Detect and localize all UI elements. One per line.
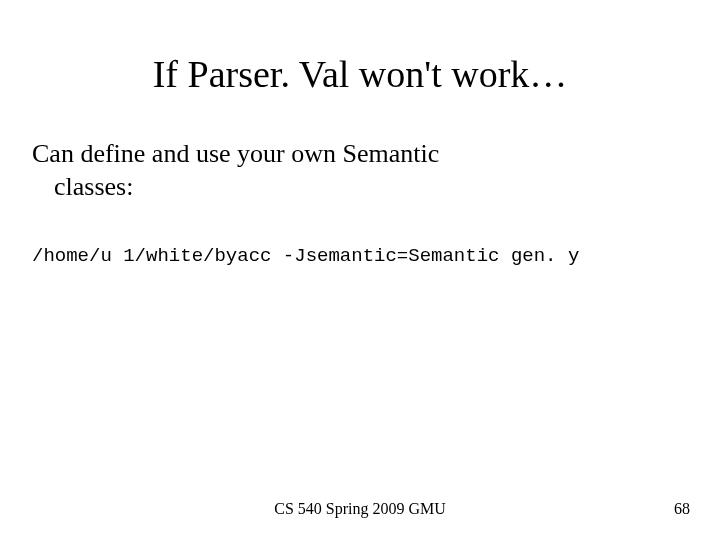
body-line-2: classes: (32, 171, 660, 204)
body-line-1: Can define and use your own Semantic (32, 139, 439, 168)
slide-title: If Parser. Val won't work… (0, 0, 720, 96)
slide-body: Can define and use your own Semantic cla… (0, 96, 720, 203)
code-command: /home/u 1/white/byacc -Jsemantic=Semanti… (0, 203, 720, 267)
slide-container: If Parser. Val won't work… Can define an… (0, 0, 720, 540)
footer-page-number: 68 (674, 500, 690, 518)
footer-course-info: CS 540 Spring 2009 GMU (274, 500, 446, 518)
